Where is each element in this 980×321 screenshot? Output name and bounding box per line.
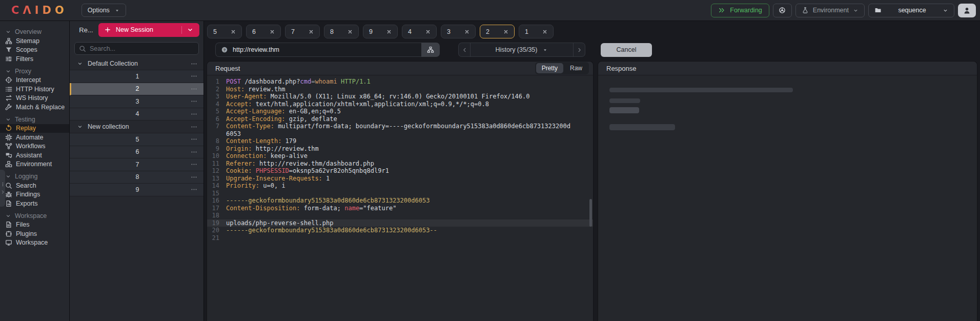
sidebar-group-workspace[interactable]: Workspace — [0, 211, 69, 220]
session-tab-5[interactable]: 5 — [207, 25, 242, 38]
session-search[interactable] — [74, 42, 199, 55]
options-button[interactable]: Options — [81, 4, 126, 17]
session-tab-8[interactable]: 8 — [324, 25, 359, 38]
session-tab-4[interactable]: 4 — [402, 25, 437, 38]
response-loading-body — [598, 75, 977, 130]
session-item-4[interactable]: 4 — [70, 108, 203, 121]
line-number: 10 — [207, 152, 219, 160]
line-number: 16 — [207, 197, 219, 205]
sidebar-drag-handle[interactable] — [0, 170, 5, 207]
line-number: 6 — [207, 115, 219, 123]
more-options-icon[interactable] — [191, 149, 197, 155]
more-options-icon[interactable] — [191, 98, 197, 105]
sidebar-item-search[interactable]: Search — [0, 181, 69, 190]
close-icon[interactable] — [425, 29, 431, 34]
history-forward-button[interactable] — [574, 43, 585, 57]
history-dropdown[interactable]: History (35/35) — [470, 43, 574, 57]
sitemap-icon — [427, 46, 434, 53]
code-text: Content-Type: multipart/form-data; bound… — [226, 123, 570, 137]
request-editor[interactable]: 1POST /dashboard.php?cmd=whoami HTTP/1.1… — [207, 75, 593, 321]
sidebar-item-http-history[interactable]: HTTP History — [0, 85, 69, 94]
sidebar-item-exports[interactable]: Exports — [0, 199, 69, 208]
session-tab-7[interactable]: 7 — [285, 25, 320, 38]
more-options-icon[interactable] — [191, 186, 197, 193]
sidebar-group-proxy[interactable]: Proxy — [0, 67, 69, 76]
pretty-button[interactable]: Pretty — [536, 63, 563, 73]
sidebar-group-logging[interactable]: Logging — [0, 172, 69, 181]
forwarding-button[interactable]: Forwarding — [711, 4, 769, 17]
environment-dropdown[interactable]: Environment — [795, 4, 865, 17]
sidebar-item-filters[interactable]: Filters — [0, 54, 69, 64]
user-avatar-button[interactable] — [958, 4, 976, 17]
browser-button[interactable] — [773, 4, 792, 17]
raw-button[interactable]: Raw — [564, 63, 588, 73]
collection-header-new-collection[interactable]: New collection — [70, 121, 203, 133]
sidebar-item-files[interactable]: Files — [0, 220, 69, 230]
more-options-icon[interactable] — [191, 86, 197, 92]
skeleton-bar — [609, 124, 675, 130]
sidebar-item-scopes[interactable]: Scopes — [0, 46, 69, 55]
sidebar-item-sitemap[interactable]: Sitemap — [0, 36, 69, 46]
sidebar-item-assistant[interactable]: Assistant — [0, 151, 69, 160]
view-mode-toggle: Pretty Raw — [535, 62, 589, 74]
session-tab-9[interactable]: 9 — [363, 25, 398, 38]
more-options-icon[interactable] — [191, 136, 197, 143]
session-item-8[interactable]: 8 — [70, 171, 203, 184]
session-item-7[interactable]: 7 — [70, 158, 203, 171]
close-icon[interactable] — [542, 29, 547, 34]
close-icon[interactable] — [464, 29, 469, 34]
request-scrollbar-thumb[interactable] — [589, 199, 592, 227]
replay-pane-tab[interactable]: Re... — [74, 26, 98, 34]
more-options-icon[interactable] — [191, 124, 197, 130]
url-input[interactable]: ? http://review.thm — [215, 43, 421, 57]
more-options-icon[interactable] — [191, 61, 197, 67]
session-item-label: 1 — [77, 73, 191, 80]
sidebar-item-automate[interactable]: Automate — [0, 133, 69, 142]
history-back-button[interactable] — [458, 43, 470, 57]
chevron-down-icon[interactable] — [187, 26, 194, 33]
close-icon[interactable] — [503, 29, 508, 34]
close-icon[interactable] — [386, 29, 392, 34]
sidebar-item-label: Filters — [16, 55, 33, 63]
cancel-button[interactable]: Cancel — [601, 43, 652, 57]
sidebar-item-ws-history[interactable]: WS History — [0, 94, 69, 103]
session-item-1[interactable]: 1 — [70, 70, 203, 83]
sidebar-item-workspace[interactable]: Workspace — [0, 238, 69, 248]
sitemap-connect-button[interactable] — [421, 43, 440, 57]
sidebar-item-plugins[interactable]: Plugins — [0, 229, 69, 238]
session-item-5[interactable]: 5 — [70, 133, 203, 146]
session-item-9[interactable]: 9 — [70, 184, 203, 196]
close-icon[interactable] — [231, 29, 236, 34]
sidebar-item-environment[interactable]: Environment — [0, 160, 69, 169]
session-item-3[interactable]: 3 — [70, 95, 203, 108]
session-tab-3[interactable]: 3 — [441, 25, 476, 38]
session-tab-2[interactable]: 2 — [480, 25, 515, 38]
sidebar-item-workflows[interactable]: Workflows — [0, 142, 69, 151]
project-dropdown[interactable]: sequence — [868, 4, 954, 17]
sidebar-item-match-replace[interactable]: Match & Replace — [0, 103, 69, 112]
close-icon[interactable] — [270, 29, 275, 34]
session-tab-6[interactable]: 6 — [246, 25, 281, 38]
sidebar-item-label: WS History — [16, 94, 48, 102]
session-tab-1[interactable]: 1 — [519, 25, 554, 38]
session-search-input[interactable] — [90, 45, 194, 52]
sidebar-group-testing[interactable]: Testing — [0, 115, 69, 124]
more-options-icon[interactable] — [191, 111, 197, 117]
collection-header-default-collection[interactable]: Default Collection — [70, 57, 203, 70]
close-icon[interactable] — [309, 29, 314, 34]
more-options-icon[interactable] — [191, 73, 197, 79]
sessions-header: Re... New Session — [70, 21, 203, 38]
new-session-button[interactable]: New Session — [98, 23, 199, 37]
sidebar-group-overview[interactable]: Overview — [0, 27, 69, 36]
close-icon[interactable] — [348, 29, 353, 34]
more-options-icon[interactable] — [191, 161, 197, 168]
sidebar-item-findings[interactable]: Findings — [0, 190, 69, 199]
top-bar: CΛIDO Options Forwarding Environment seq… — [0, 0, 980, 21]
session-item-2[interactable]: 2 — [70, 83, 203, 96]
line-number: 21 — [207, 234, 219, 242]
sidebar-item-replay[interactable]: Replay — [0, 124, 69, 133]
sidebar-item-intercept[interactable]: Intercept — [0, 76, 69, 85]
more-options-icon[interactable] — [191, 174, 197, 180]
chevron-down-icon — [5, 29, 11, 35]
session-item-6[interactable]: 6 — [70, 146, 203, 159]
